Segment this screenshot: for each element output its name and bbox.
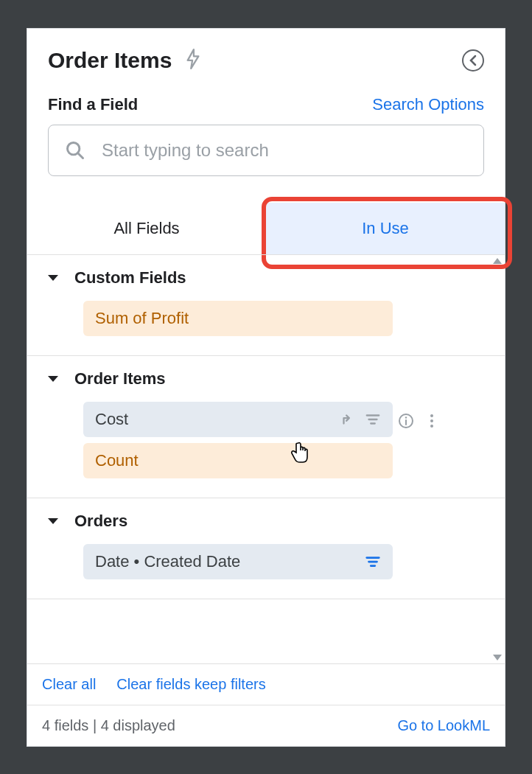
tab-all-fields[interactable]: All Fields [27,203,266,254]
pivot-icon[interactable] [340,411,356,428]
field-date-created-date[interactable]: Date • Created Date [83,544,393,579]
caret-down-icon [48,376,58,382]
svg-point-8 [430,414,433,417]
field-cost[interactable]: Cost [83,402,393,437]
search-labels: Find a Field Search Options [48,95,484,114]
groups-scroll[interactable]: Custom Fields Sum of Profit Order Items … [27,255,505,663]
group-header[interactable]: Orders [48,512,484,531]
search-input[interactable] [102,140,467,161]
search-box[interactable] [48,125,484,176]
field-label: Date • Created Date [95,552,240,571]
field-label: Count [95,451,139,470]
lightning-icon[interactable] [185,48,201,73]
field-side-actions [397,412,438,430]
field-count[interactable]: Count [83,443,393,478]
filter-icon[interactable] [365,411,381,428]
kebab-menu-icon[interactable] [425,412,438,430]
field-count-status: 4 fields | 4 displayed [42,717,175,734]
bottom-links: Clear all Clear fields keep filters [27,663,505,705]
group-title: Order Items [74,369,166,388]
tabs: All Fields In Use [27,203,505,254]
group-header[interactable]: Custom Fields [48,268,484,287]
group-custom-fields: Custom Fields Sum of Profit [27,255,505,356]
collapse-panel-button[interactable] [462,49,484,72]
field-label: Sum of Profit [95,309,189,328]
filter-active-icon[interactable] [365,554,381,570]
chevron-left-icon [469,55,477,66]
svg-point-7 [405,416,407,418]
caret-down-icon [48,275,58,281]
search-options-link[interactable]: Search Options [372,95,484,114]
search-icon [65,140,85,161]
group-order-items: Order Items Cost [27,356,505,498]
clear-all-link[interactable]: Clear all [42,676,96,693]
groups-container: Custom Fields Sum of Profit Order Items … [27,254,505,663]
svg-line-1 [78,153,83,158]
clear-keep-filters-link[interactable]: Clear fields keep filters [116,676,265,693]
find-field-label: Find a Field [48,95,138,114]
title-group: Order Items [48,48,201,73]
panel-header: Order Items [27,29,505,73]
explore-title: Order Items [48,48,172,73]
svg-point-10 [430,425,433,428]
footer: 4 fields | 4 displayed Go to LookML [27,705,505,746]
tab-in-use[interactable]: In Use [266,203,505,254]
field-hover-actions [340,411,381,428]
group-orders: Orders Date • Created Date [27,498,505,599]
info-icon[interactable] [397,412,415,430]
field-label: Cost [95,410,128,429]
scroll-down-icon[interactable] [493,655,502,660]
svg-point-9 [430,419,433,422]
caret-down-icon [48,518,58,524]
field-picker-panel: Order Items Find a Field Search Options [27,28,505,747]
group-header[interactable]: Order Items [48,369,484,388]
search-section: Find a Field Search Options [27,73,505,176]
group-title: Custom Fields [74,268,186,287]
go-to-lookml-link[interactable]: Go to LookML [397,717,490,734]
field-row-cost: Cost [83,402,484,440]
field-sum-of-profit[interactable]: Sum of Profit [83,301,393,336]
group-title: Orders [74,512,127,531]
